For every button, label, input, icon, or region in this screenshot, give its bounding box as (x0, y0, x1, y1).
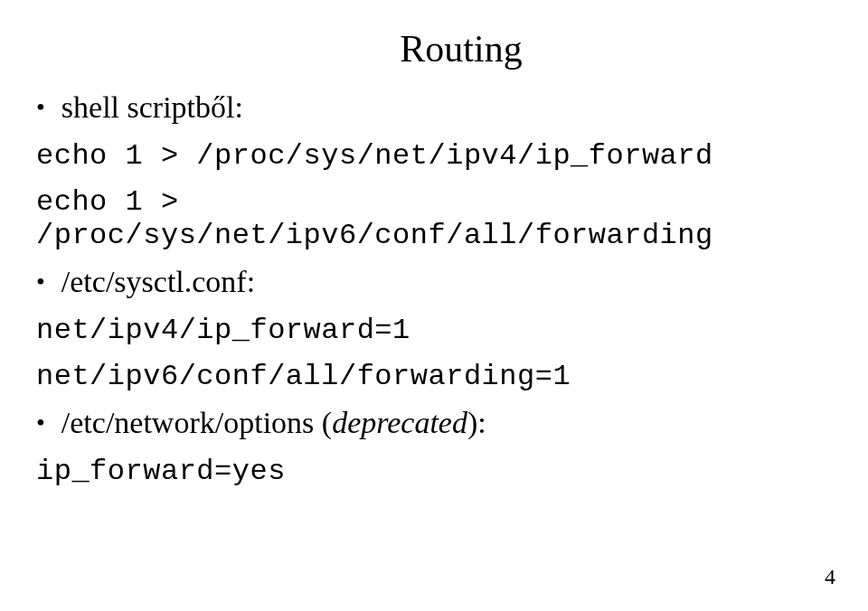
code-line: echo 1 > /proc/sys/net/ipv4/ip_forward (36, 139, 832, 173)
code-line: ip_forward=yes (36, 455, 832, 488)
slide-content: • shell scriptből: echo 1 > /proc/sys/ne… (36, 90, 832, 488)
bullet-3: • /etc/network/options (deprecated): (36, 406, 832, 440)
bullet-2: • /etc/sysctl.conf: (36, 265, 832, 299)
code-line: net/ipv4/ip_forward=1 (36, 314, 832, 347)
page-number: 4 (825, 565, 835, 589)
code-line: echo 1 > /proc/sys/net/ipv6/conf/all/for… (36, 185, 832, 252)
bullet-2-label: /etc/sysctl.conf: (61, 265, 255, 299)
code-line: net/ipv6/conf/all/forwarding=1 (36, 360, 832, 393)
bullet-dot-icon: • (36, 90, 45, 125)
bullet-dot-icon: • (36, 406, 45, 440)
bullet-3-label: /etc/network/options (deprecated): (61, 406, 486, 440)
bullet-1: • shell scriptből: (36, 90, 832, 125)
italic-word: deprecated (332, 406, 467, 439)
bullet-dot-icon: • (36, 265, 45, 299)
bullet-1-label: shell scriptből: (61, 90, 243, 125)
slide-title: Routing (90, 27, 832, 70)
